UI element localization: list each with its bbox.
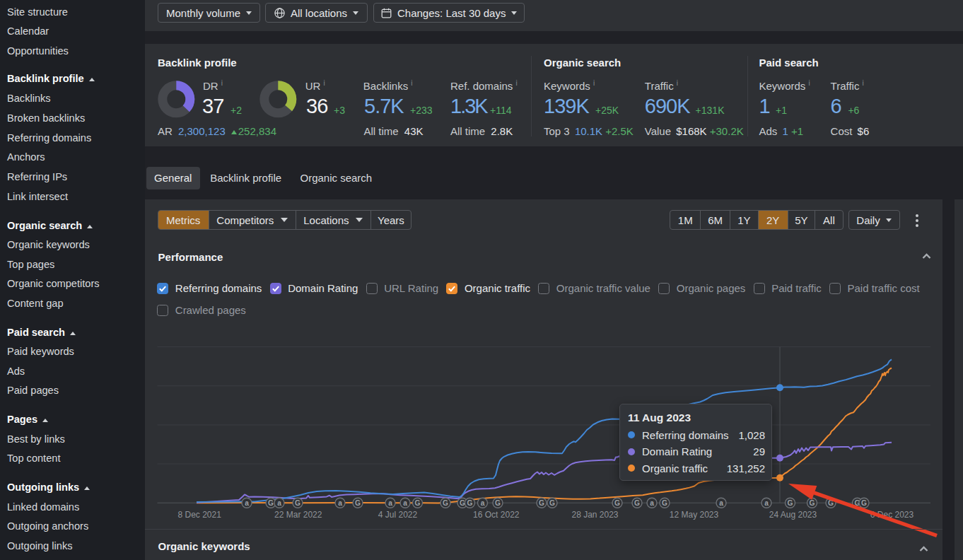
svg-text:a: a [277, 499, 281, 507]
svg-text:a: a [650, 499, 654, 507]
svg-text:G: G [861, 499, 867, 507]
svg-text:G: G [539, 499, 544, 507]
svg-text:12 May 2023: 12 May 2023 [670, 510, 719, 520]
svg-text:4 Jul 2022: 4 Jul 2022 [378, 510, 418, 520]
svg-text:G: G [788, 499, 793, 507]
svg-text:a: a [388, 499, 392, 507]
svg-text:G: G [443, 499, 448, 507]
svg-text:G: G [662, 499, 667, 507]
svg-text:28 Jan 2023: 28 Jan 2023 [571, 510, 618, 520]
svg-text:a: a [481, 499, 485, 507]
svg-text:G: G [268, 499, 274, 507]
svg-text:G: G [634, 499, 640, 507]
svg-text:a: a [403, 499, 407, 507]
svg-text:G: G [614, 499, 620, 507]
svg-text:G: G [295, 499, 300, 507]
svg-text:a: a [719, 499, 723, 507]
svg-text:G: G [355, 499, 361, 507]
svg-text:a: a [764, 499, 769, 507]
svg-text:22 Mar 2022: 22 Mar 2022 [274, 510, 322, 520]
svg-text:24 Aug 2023: 24 Aug 2023 [769, 510, 817, 520]
svg-text:G: G [495, 499, 501, 507]
svg-text:a: a [338, 499, 342, 507]
svg-text:G: G [810, 499, 815, 507]
svg-text:a: a [245, 499, 249, 507]
svg-text:G: G [467, 499, 473, 507]
svg-text:G: G [415, 499, 421, 507]
svg-text:G: G [549, 499, 555, 507]
svg-text:8 Dec 2021: 8 Dec 2021 [178, 510, 222, 520]
svg-text:16 Oct 2022: 16 Oct 2022 [473, 510, 520, 520]
